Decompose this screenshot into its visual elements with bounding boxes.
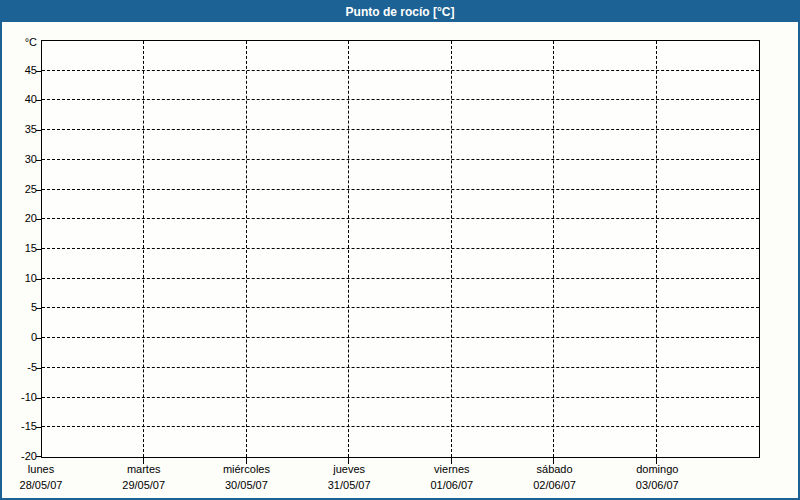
y-axis-unit-label: °C	[2, 36, 37, 49]
y-tick-label--5: -5	[2, 361, 37, 374]
x-date-label-4: 01/06/07	[397, 478, 507, 492]
x-day-label-sábado: sábado	[500, 462, 610, 476]
v-gridline-day-2	[246, 41, 247, 457]
h-gridline-40	[42, 99, 759, 100]
x-day-label-viernes: viernes	[397, 462, 507, 476]
y-tick-label-40: 40	[2, 93, 37, 106]
x-date-label-2: 30/05/07	[191, 478, 301, 492]
x-date-label-5: 02/06/07	[500, 478, 610, 492]
chart-area: °C 454035302520151050-5-10-15-20 lunes28…	[2, 22, 798, 498]
v-gridline-day-1	[143, 41, 144, 457]
h-gridline-10	[42, 278, 759, 279]
y-tick-label-0: 0	[2, 331, 37, 344]
y-tick-label-45: 45	[2, 64, 37, 77]
h-gridline-45	[42, 70, 759, 71]
h-gridline-20	[42, 218, 759, 219]
h-gridline-15	[42, 248, 759, 249]
y-tick-label-5: 5	[2, 301, 37, 314]
v-gridline-day-3	[348, 41, 349, 457]
v-gridline-day-6	[656, 41, 657, 457]
chart-title-bar: Punto de rocío [°C]	[2, 2, 798, 22]
x-day-label-jueves: jueves	[294, 462, 404, 476]
v-gridline-day-5	[553, 41, 554, 457]
x-date-label-6: 03/06/07	[602, 478, 712, 492]
h-gridline--15	[42, 426, 759, 427]
h-gridline-5	[42, 307, 759, 308]
h-gridline-35	[42, 129, 759, 130]
plot-frame	[41, 40, 760, 458]
y-tick-label-20: 20	[2, 212, 37, 225]
y-tick-label--10: -10	[2, 391, 37, 404]
chart-title: Punto de rocío [°C]	[346, 5, 455, 19]
x-date-label-3: 31/05/07	[294, 478, 404, 492]
h-gridline-25	[42, 189, 759, 190]
h-gridline--10	[42, 397, 759, 398]
y-tick-label-25: 25	[2, 183, 37, 196]
x-day-label-domingo: domingo	[602, 462, 712, 476]
y-tick-label-30: 30	[2, 153, 37, 166]
x-day-label-miércoles: miércoles	[191, 462, 301, 476]
x-day-label-lunes: lunes	[0, 462, 96, 476]
y-tick-label--15: -15	[2, 420, 37, 433]
y-tick-label-15: 15	[2, 242, 37, 255]
x-date-label-1: 29/05/07	[89, 478, 199, 492]
chart-window: Punto de rocío [°C] °C 45403530252015105…	[0, 0, 800, 500]
y-tick-label-35: 35	[2, 123, 37, 136]
v-gridline-day-4	[451, 41, 452, 457]
x-date-label-0: 28/05/07	[0, 478, 96, 492]
h-gridline-30	[42, 159, 759, 160]
y-tick-label-10: 10	[2, 272, 37, 285]
h-gridline-0	[42, 337, 759, 338]
h-gridline--5	[42, 367, 759, 368]
x-day-label-martes: martes	[89, 462, 199, 476]
